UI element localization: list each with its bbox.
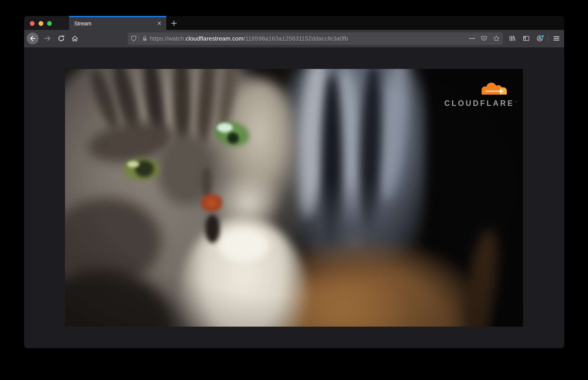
sidebar-icon: [522, 35, 530, 43]
reload-button[interactable]: [56, 34, 66, 43]
video-player[interactable]: CLOUDFLARE™: [65, 69, 523, 327]
page-actions-button[interactable]: [467, 34, 477, 43]
account-button[interactable]: [535, 34, 545, 43]
forward-button[interactable]: [42, 34, 52, 43]
url-path: /118598a163a125631152ddaccfe3a0fb: [243, 35, 348, 42]
url-text[interactable]: https://watch.cloudflarestream.com/11859…: [150, 33, 348, 45]
menu-button[interactable]: [552, 34, 561, 43]
home-icon: [71, 35, 79, 43]
ellipsis-icon: [469, 35, 475, 42]
tab-title: Stream: [74, 17, 155, 30]
close-window-button[interactable]: [30, 21, 35, 26]
library-button[interactable]: [507, 34, 517, 43]
urlbar-divider: [138, 35, 138, 42]
cloudflare-logo: CLOUDFLARE™: [444, 81, 516, 108]
bookmark-button[interactable]: [492, 34, 501, 43]
reload-icon: [57, 35, 65, 43]
close-icon: [156, 20, 162, 27]
lock-icon: [140, 34, 149, 43]
tab-close-button[interactable]: [155, 20, 163, 28]
url-scheme-subdomain: https://watch.: [150, 35, 186, 42]
save-to-pocket-button[interactable]: [479, 34, 489, 43]
sidebar-button[interactable]: [521, 34, 531, 43]
zoom-window-button[interactable]: [47, 21, 52, 26]
desktop-background: Stream: [0, 0, 588, 380]
new-tab-button[interactable]: [169, 19, 179, 28]
plus-icon: [170, 19, 178, 28]
cloudflare-cloud-icon: [477, 81, 511, 98]
trademark-mark: ™: [515, 100, 518, 104]
page-content: CLOUDFLARE™: [24, 47, 564, 348]
navigation-toolbar: https://watch.cloudflarestream.com/11859…: [24, 30, 564, 47]
back-button[interactable]: [27, 33, 39, 45]
active-tab-indicator: [69, 16, 166, 17]
tracking-protection-button[interactable]: [129, 34, 138, 43]
url-bar[interactable]: https://watch.cloudflarestream.com/11859…: [128, 33, 503, 45]
forward-arrow-icon: [42, 34, 52, 44]
traffic-light-zone: [24, 16, 69, 30]
account-notification-dot: [541, 35, 544, 38]
window-titlebar: Stream: [24, 16, 564, 30]
cloudflare-wordmark: CLOUDFLARE™: [444, 99, 518, 108]
url-domain: cloudflarestream.com: [186, 35, 244, 42]
browser-window: Stream: [24, 16, 564, 348]
star-icon: [493, 35, 500, 42]
back-arrow-icon: [27, 33, 39, 45]
toolbar-divider: [548, 34, 548, 43]
minimize-window-button[interactable]: [39, 21, 43, 26]
library-icon: [508, 35, 516, 43]
shield-icon: [130, 35, 137, 42]
pocket-icon: [481, 35, 487, 42]
home-button[interactable]: [70, 34, 80, 43]
hamburger-icon: [553, 35, 560, 43]
tab-stream[interactable]: Stream: [69, 16, 166, 30]
